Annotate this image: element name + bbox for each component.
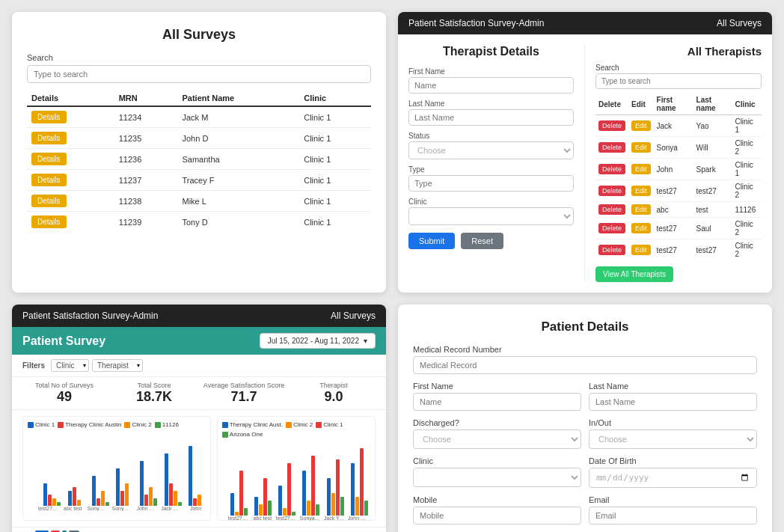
chart-bar [336, 459, 340, 516]
col-details: Details [27, 91, 114, 106]
details-cell: Details [27, 128, 114, 149]
chart-bar [355, 497, 359, 516]
filter-label: Filters [22, 361, 45, 370]
delete-button[interactable]: Delete [598, 164, 625, 174]
edit-button[interactable]: Edit [631, 223, 651, 233]
details-cell: Details [27, 212, 114, 233]
status-select[interactable]: Choose [408, 141, 574, 159]
medical-record-input[interactable] [413, 356, 757, 374]
clinic-dob-row: Clinic Date Of Birth [413, 456, 757, 495]
delete-button[interactable]: Delete [598, 142, 625, 153]
details-button[interactable]: Details [31, 132, 67, 144]
details-button[interactable]: Details [31, 174, 67, 186]
details-button[interactable]: Details [31, 111, 67, 123]
clinic-cell: Clinic 1 [299, 170, 371, 191]
clinic-cell: Clinic 1 [299, 191, 371, 212]
edit-button[interactable]: Edit [631, 186, 651, 196]
last-name-label: Last Name [408, 100, 574, 108]
mrn-cell: 11236 [114, 149, 178, 170]
delete-button[interactable]: Delete [598, 186, 625, 196]
edit-button[interactable]: Edit [631, 142, 651, 153]
mobile-input[interactable] [413, 507, 581, 525]
chart-bar [278, 486, 282, 516]
delete-button[interactable]: Delete [598, 223, 625, 233]
dob-input[interactable] [589, 468, 757, 488]
edit-button[interactable]: Edit [631, 164, 651, 174]
edit-button[interactable]: Edit [631, 120, 651, 131]
patient-first-name-group: First Name [413, 382, 581, 411]
surveys-title: All Surveys [27, 27, 371, 43]
inout-label: In/Out [589, 418, 757, 427]
clinic-select[interactable] [408, 207, 574, 225]
discharged-label: Discharged? [413, 418, 581, 427]
th-first: First name [654, 94, 693, 115]
delete-cell: Delete [595, 180, 628, 202]
last-name-input[interactable] [408, 109, 574, 126]
surveys-search-input[interactable] [27, 65, 371, 83]
x-label: Jack Yao [161, 506, 181, 511]
discharged-group: Discharged? Choose [413, 418, 581, 449]
patient-clinic-select[interactable] [413, 468, 581, 487]
edit-cell: Edit [628, 239, 654, 261]
legend-item: 11126 [155, 421, 179, 428]
mrn-cell: 11234 [114, 106, 178, 128]
edit-button[interactable]: Edit [631, 245, 651, 255]
patient-last-name-input[interactable] [589, 393, 757, 411]
patient-details-panel: Patient Details Medical Record Number Fi… [398, 305, 772, 532]
stats-bar: Total No of Surveys 49 Total Score 18.7K… [12, 377, 386, 410]
x-label: John Spark [136, 506, 156, 511]
chart-bar [189, 446, 192, 506]
edit-button[interactable]: Edit [631, 204, 651, 215]
delete-cell: Delete [595, 202, 628, 218]
table-row: Details 11237 Tracey F Clinic 1 [27, 170, 371, 191]
discharged-select[interactable]: Choose [413, 429, 581, 449]
admin-header: Patient Satisfaction Survey-Admin All Su… [398, 12, 772, 34]
chart-bar [287, 463, 291, 516]
delete-button[interactable]: Delete [598, 245, 625, 255]
details-button[interactable]: Details [31, 195, 67, 207]
patient-name-cell: Tony D [178, 212, 300, 233]
table-row: Details 11239 Tony D Clinic 1 [27, 212, 371, 233]
date-range-selector[interactable]: Jul 15, 2022 - Aug 11, 2022 ▾ [260, 333, 376, 349]
patient-clinic-group: Clinic [413, 456, 581, 488]
submit-button[interactable]: Submit [408, 233, 455, 249]
delete-cell: Delete [595, 239, 628, 261]
reset-button[interactable]: Reset [461, 233, 503, 249]
name-row: First Name Last Name [413, 382, 757, 418]
th-edit: Edit [628, 94, 654, 115]
clinic-cell: Clinic 2 [732, 180, 762, 202]
chart-bar [169, 483, 173, 506]
edit-cell: Edit [628, 159, 654, 180]
chart-bar [125, 483, 129, 506]
first-name-cell: test27 [654, 239, 693, 261]
th-delete: Delete [595, 94, 628, 115]
first-name-input[interactable] [408, 77, 574, 94]
chart-2-legend: Therapy Clinic Aust.Clinic 2Clinic 1Ariz… [222, 421, 370, 438]
patient-name-cell: John D [178, 128, 300, 149]
table-row: Details 11235 John D Clinic 1 [27, 128, 371, 149]
chart-bar [92, 476, 96, 506]
therapist-filter-select[interactable]: Therapist [92, 359, 143, 372]
inout-select[interactable]: Choose [589, 429, 757, 449]
therapist-search-input[interactable] [595, 73, 762, 89]
chart-bar [149, 487, 153, 506]
surveys-table: Details MRN Patient Name Clinic Details … [27, 91, 371, 232]
details-button[interactable]: Details [31, 215, 67, 228]
filters-bar: Filters Clinic ▾ Therapist ▾ [12, 355, 386, 377]
mrn-cell: 11237 [114, 170, 178, 191]
email-input[interactable] [589, 507, 757, 525]
type-input[interactable] [408, 175, 574, 192]
chart-2: Therapy Clinic Aust.Clinic 2Clinic 1Ariz… [217, 416, 376, 521]
view-all-therapists-button[interactable]: View All Therapists [595, 266, 673, 282]
patient-first-name-input[interactable] [413, 393, 581, 411]
clinic-cell: Clinic 2 [732, 239, 762, 261]
legend-item: Therapy Clinic Aust. [222, 421, 283, 428]
chart-bar [302, 471, 306, 516]
delete-button[interactable]: Delete [598, 204, 625, 215]
details-cell: Details [27, 170, 114, 191]
delete-button[interactable]: Delete [598, 120, 625, 131]
clinic-filter-select[interactable]: Clinic [51, 359, 89, 372]
x-label: abc test [252, 516, 273, 521]
chart-bar [101, 491, 105, 506]
details-button[interactable]: Details [31, 153, 67, 165]
